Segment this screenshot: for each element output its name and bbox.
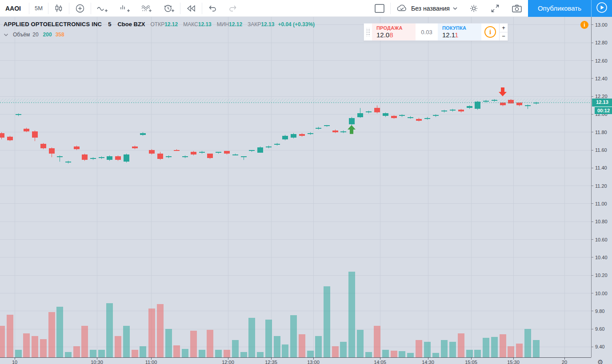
volume-bar — [307, 351, 314, 357]
time-tick-label: 13:00 — [307, 360, 320, 364]
legend-collapse-chevron-icon[interactable] — [4, 33, 8, 36]
buy-button[interactable]: ПОКУПКА 12.11 — [438, 24, 481, 40]
publish-idea-play-button[interactable] — [592, 0, 612, 17]
price-tick-mark — [592, 329, 593, 329]
candle-body — [99, 157, 104, 158]
candle-body — [124, 154, 129, 162]
price-tick-mark — [592, 78, 593, 79]
volume-bar — [207, 330, 213, 357]
price-tick-label: 12.40 — [595, 76, 608, 81]
chart-properties-button[interactable] — [463, 0, 484, 16]
volume-bar — [491, 337, 498, 357]
interval-button[interactable]: 5M — [29, 0, 48, 16]
buy-price: 12.11 — [442, 31, 477, 39]
price-tick-mark — [592, 60, 593, 61]
time-tick-label: 15:05 — [465, 360, 477, 364]
axis-settings-gear-icon[interactable]: ⚙ — [597, 358, 603, 364]
indicators-button[interactable] — [91, 0, 113, 16]
alert-button[interactable] — [158, 0, 180, 16]
candle-body — [74, 146, 80, 149]
layout-name-label: Без названия — [411, 5, 450, 12]
buy-marker-arrow-icon[interactable] — [348, 125, 356, 134]
volume-bar — [441, 340, 448, 357]
fullscreen-button[interactable] — [484, 0, 506, 16]
candle-body — [149, 150, 155, 154]
alarm-clock-icon — [163, 3, 175, 14]
layout-select-button[interactable] — [369, 0, 390, 16]
price-tick-mark — [592, 43, 593, 43]
time-axis[interactable]: 1010:3011:0012:0012:3513:0014:0514:3015:… — [0, 357, 591, 364]
volume-bar — [215, 350, 222, 357]
qty-stepper: + − — [499, 24, 508, 40]
volume-bar — [282, 344, 288, 357]
volume-bar — [7, 315, 13, 358]
patterns-button[interactable] — [136, 0, 158, 16]
volume-bar — [32, 336, 38, 357]
candle-body — [399, 115, 405, 116]
volume-bar — [48, 312, 55, 357]
price-tick-mark — [592, 150, 593, 150]
candlestick-style-icon — [54, 4, 64, 13]
trading-info-button[interactable]: i — [481, 24, 499, 40]
time-tick-label: 14:05 — [374, 360, 386, 364]
candle-body — [166, 156, 172, 157]
volume-bar — [290, 315, 297, 357]
sell-button[interactable]: ПРОДАЖА 12.08 — [372, 24, 416, 40]
candle-body — [57, 156, 63, 157]
redo-button[interactable] — [223, 0, 243, 16]
save-layout-button[interactable]: Без названия — [391, 0, 463, 16]
volume-bar — [148, 309, 155, 357]
price-tick-label: 10.40 — [595, 255, 608, 260]
price-tick-label: 9.40 — [595, 344, 604, 349]
candle-body — [483, 101, 489, 102]
time-tick-label: 20 — [562, 360, 567, 364]
redo-icon — [228, 4, 238, 13]
legend-high: МАКС12.13 — [183, 21, 212, 28]
candle-body — [357, 113, 363, 117]
undo-button[interactable] — [202, 0, 223, 16]
volume-bar — [248, 318, 255, 357]
symbol-search-button[interactable]: AAOI — [0, 0, 29, 16]
snapshot-button[interactable] — [506, 0, 528, 16]
decrease-button[interactable]: − — [500, 32, 508, 41]
candle-body — [467, 106, 472, 108]
publish-button[interactable]: Опубликовать — [528, 0, 591, 17]
increase-button[interactable]: + — [500, 24, 508, 32]
time-tick-label: 12:00 — [222, 360, 234, 364]
bar-replay-button[interactable] — [180, 0, 202, 16]
drag-handle-icon[interactable] — [364, 24, 372, 40]
toolbar-left-group: AAOI 5M — [0, 0, 243, 16]
chart-style-button[interactable] — [48, 0, 69, 16]
sell-marker-arrow-icon[interactable] — [499, 87, 507, 96]
fund-metrics-button[interactable] — [113, 0, 136, 16]
candle-body — [216, 152, 221, 153]
legend-exchange: Cboe BZX — [117, 21, 145, 28]
candle-body — [391, 116, 397, 118]
candle-body — [157, 154, 163, 159]
candlestick-chart[interactable] — [0, 17, 591, 364]
legend-symbol-name[interactable]: APPLIED OPTOELECTRONICS INC — [4, 21, 102, 28]
candle-body — [115, 156, 121, 160]
volume-ma-length: 20 — [32, 32, 38, 38]
price-axis[interactable]: 13.0012.8012.6012.4012.2012.0011.8011.60… — [591, 17, 612, 357]
volume-value: 200 — [43, 32, 52, 38]
price-tick-label: 9.80 — [595, 309, 604, 314]
price-tick-mark — [592, 186, 593, 186]
volume-bar — [407, 353, 414, 357]
volume-bar — [500, 334, 506, 357]
candle-body — [82, 154, 88, 160]
candle-body — [340, 131, 346, 132]
data-info-icon[interactable]: i — [580, 21, 588, 29]
candle-body — [40, 144, 46, 148]
toolbar-right-group: Без названия Опубликовать — [369, 0, 612, 16]
candle-body — [140, 133, 146, 135]
candle-body — [0, 133, 4, 138]
compare-button[interactable] — [69, 0, 91, 16]
volume-bar — [265, 320, 272, 357]
chevron-down-icon — [452, 7, 458, 10]
candle-body — [324, 125, 330, 126]
candle-body — [308, 133, 313, 134]
volume-label[interactable]: Объём — [13, 32, 30, 38]
candle-body — [65, 162, 71, 162]
candle-body — [458, 110, 464, 111]
